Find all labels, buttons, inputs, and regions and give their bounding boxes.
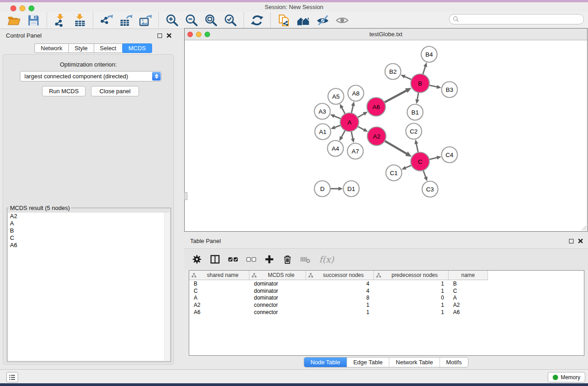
tab-edge-table[interactable]: Edge Table xyxy=(346,357,389,367)
resize-grip-icon[interactable] xyxy=(580,224,587,231)
columns-icon[interactable] xyxy=(210,254,220,265)
close-window-button[interactable] xyxy=(10,5,16,11)
table-row[interactable]: Cdominator41C xyxy=(189,287,584,295)
export-network-icon[interactable] xyxy=(100,14,113,27)
eye-slash-icon[interactable] xyxy=(316,14,330,27)
edge-B-B3[interactable] xyxy=(428,85,438,87)
zoom-selected-icon[interactable] xyxy=(224,14,237,27)
tab-select[interactable]: Select xyxy=(94,43,123,53)
float-panel-icon[interactable] xyxy=(158,33,162,38)
mcds-result-item[interactable]: B xyxy=(8,227,170,234)
edge-C-C4[interactable] xyxy=(428,157,438,160)
table-float-panel-icon[interactable] xyxy=(569,239,574,243)
table-cell: dominator xyxy=(249,288,306,294)
node-label-B1: B1 xyxy=(411,109,419,116)
node-label-B4: B4 xyxy=(425,51,433,58)
import-table-icon[interactable] xyxy=(73,14,86,27)
close-panel-button[interactable]: Close panel xyxy=(91,86,139,96)
toolbar-divider xyxy=(270,13,271,28)
column-header-name[interactable]: name xyxy=(449,271,488,280)
column-header-successor-nodes[interactable]: successor nodes xyxy=(306,271,374,280)
table-row[interactable]: Adominator80A xyxy=(189,295,584,302)
minimize-window-button[interactable] xyxy=(19,5,25,11)
run-mcds-button[interactable]: Run MCDS xyxy=(42,86,86,96)
memory-button[interactable]: Memory xyxy=(548,372,585,382)
table-cell: 4 xyxy=(306,288,374,294)
mcds-result-item[interactable]: A6 xyxy=(8,242,170,249)
mcds-result-list[interactable]: A2ABCA6 xyxy=(8,213,170,361)
home-pair-icon[interactable] xyxy=(296,14,310,27)
dropdown-selected-value: largest connected component (directed) xyxy=(24,73,128,80)
network-close-button[interactable] xyxy=(187,32,193,37)
table-panel-title: Table Panel xyxy=(190,238,221,244)
edge-A2-C[interactable] xyxy=(384,140,407,154)
tab-motifs[interactable]: Motifs xyxy=(439,357,468,367)
mcds-result-item[interactable]: C xyxy=(8,234,170,242)
zoom-fit-icon[interactable] xyxy=(204,14,218,27)
tab-mcds[interactable]: MCDS xyxy=(122,43,152,53)
network-graph-canvas[interactable]: B4B2BB3A8A5A6A3B1AC2A1A2A4A7C4CC1C3DD1 xyxy=(185,40,587,231)
zoom-window-button[interactable] xyxy=(29,5,34,11)
column-header-predecessor-nodes[interactable]: predecessor nodes xyxy=(374,271,449,280)
network-zoom-button[interactable] xyxy=(205,32,210,37)
column-header-label: shared name xyxy=(196,272,249,278)
mcds-result-item[interactable]: A xyxy=(8,220,170,227)
eye-icon[interactable] xyxy=(335,14,349,27)
edge-B-B4[interactable] xyxy=(423,66,426,75)
tab-network[interactable]: Network xyxy=(34,43,69,53)
export-table-icon[interactable] xyxy=(119,14,133,27)
table-cell: A6 xyxy=(189,309,249,315)
table-close-panel-icon[interactable] xyxy=(578,238,583,244)
column-header-MCDS-role[interactable]: MCDS role xyxy=(249,271,306,280)
node-label-A8: A8 xyxy=(352,90,360,97)
column-header-label: name xyxy=(449,272,488,278)
column-header-shared-name[interactable]: shared name xyxy=(189,271,249,280)
close-panel-icon[interactable] xyxy=(166,33,172,38)
table-cell: 1 xyxy=(374,302,449,308)
main-toolbar xyxy=(0,12,588,29)
mcds-result-group: MCDS result (5 nodes) A2ABCA6 xyxy=(7,208,171,362)
tab-node-table[interactable]: Node Table xyxy=(304,357,347,367)
task-history-button[interactable] xyxy=(6,372,18,382)
plus-icon[interactable] xyxy=(264,254,275,265)
toolbar-divider xyxy=(93,13,93,28)
control-panel-header: Control Panel xyxy=(0,29,177,42)
zoom-out-icon[interactable] xyxy=(185,14,198,27)
copy-docs-icon[interactable] xyxy=(277,14,291,27)
edge-A-A4[interactable] xyxy=(341,129,345,138)
refresh-icon[interactable] xyxy=(250,14,264,27)
desktop-strip-bottom xyxy=(0,383,588,386)
optimization-criterion-dropdown[interactable]: largest connected component (directed) xyxy=(20,71,162,81)
gear-icon[interactable] xyxy=(191,254,202,265)
toolbar-divider xyxy=(244,13,244,28)
table-row[interactable]: Bdominator41B xyxy=(189,280,584,287)
edge-A6-B[interactable] xyxy=(383,90,407,103)
mcds-result-item[interactable]: A2 xyxy=(8,213,170,220)
trash-icon[interactable] xyxy=(282,254,293,265)
search-input[interactable] xyxy=(461,15,581,24)
node-label-A7: A7 xyxy=(352,148,359,155)
tab-style[interactable]: Style xyxy=(68,43,94,53)
tab-network-table[interactable]: Network Table xyxy=(389,357,439,367)
network-window-title: testGlobe.txt xyxy=(185,29,587,40)
search-icon xyxy=(452,15,460,23)
network-minimize-button[interactable] xyxy=(196,32,201,37)
zoom-in-icon[interactable] xyxy=(165,14,179,27)
export-image-icon[interactable] xyxy=(139,14,152,27)
import-network-icon[interactable] xyxy=(53,14,67,27)
main-toolbar-groups xyxy=(0,13,353,28)
open-folder-icon[interactable] xyxy=(7,14,21,27)
function-builder-icon[interactable]: f(x) xyxy=(319,254,334,264)
edge-C-C2[interactable] xyxy=(416,143,418,153)
table-row[interactable]: A6connector11A6 xyxy=(189,309,584,316)
table-cell: 0 xyxy=(374,295,449,301)
table-row[interactable]: A2connector11A2 xyxy=(189,301,584,309)
split-pane-handle[interactable] xyxy=(184,192,187,200)
result-list-scrollbar[interactable] xyxy=(164,213,170,361)
table-toolbar: f(x) xyxy=(184,248,588,270)
table-cell: B xyxy=(449,281,488,287)
save-icon[interactable] xyxy=(27,14,40,27)
checkbox-unchecked-pair-icon[interactable] xyxy=(246,254,257,265)
table-cell: 4 xyxy=(306,281,374,287)
checkbox-checked-pair-icon[interactable] xyxy=(228,254,239,265)
